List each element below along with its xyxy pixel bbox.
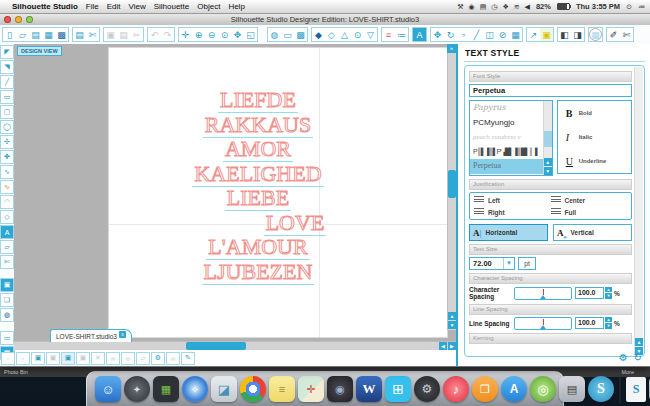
menu-item[interactable]: Object [197, 2, 220, 11]
arc-tool[interactable]: ◠ [0, 195, 14, 209]
line-tool[interactable]: ╱ [0, 75, 14, 89]
font-list-scroll-thumb[interactable] [544, 131, 552, 147]
line-spacing-slider[interactable] [514, 317, 572, 330]
vertical-scroll-thumb[interactable] [448, 170, 456, 198]
slider-handle[interactable] [540, 295, 546, 299]
fill-page-tool[interactable]: ▣ [0, 278, 14, 292]
save-icon[interactable]: ▦ [42, 28, 55, 41]
dock-finder-icon[interactable]: ☺ [95, 376, 121, 402]
pan-icon[interactable]: ✛ [179, 28, 192, 41]
unit-button[interactable]: pt [518, 257, 536, 270]
photo-bin-label[interactable]: Photo Bin [4, 369, 28, 375]
dock-divider[interactable] [619, 375, 621, 404]
page[interactable]: LIEFDERAKKAUSAMORKAELIGHEDLIEBELOVEL'AMO… [108, 47, 448, 338]
curve-tool[interactable]: ✤ [0, 150, 14, 164]
mat-settings-icon[interactable]: ▩ [294, 28, 307, 41]
font-list-item[interactable]: Perpetua [470, 159, 552, 174]
palette-spacer[interactable] [1, 323, 13, 330]
text-tool[interactable]: A [0, 225, 14, 239]
eraser-icon[interactable]: ✐ [607, 28, 620, 41]
minimize-button[interactable] [15, 16, 22, 23]
wrench-icon[interactable]: ⚒ [457, 3, 463, 11]
canvas-word[interactable]: KAELIGHED [109, 162, 407, 187]
panel-scroll-up-icon[interactable]: ▲ [635, 338, 643, 346]
horizontal-scroll-thumb[interactable] [186, 342, 246, 350]
collapse-panel-button[interactable]: » [447, 44, 456, 53]
weld-icon[interactable]: ⊘ [496, 28, 509, 41]
dock-printer-icon[interactable]: ▤ [559, 376, 585, 402]
canvas-word[interactable]: AMOR [109, 137, 407, 162]
character-spacing-slider[interactable] [514, 287, 572, 300]
library-tool[interactable]: ◍ [0, 308, 14, 322]
slider-handle[interactable] [540, 325, 546, 329]
shape-outline-icon[interactable]: ◇ [325, 28, 338, 41]
vertical-scrollbar[interactable] [447, 44, 456, 330]
dock-appstore-icon[interactable]: A [501, 376, 527, 402]
fill-color-icon[interactable]: ▣ [540, 28, 553, 41]
copy-style-icon[interactable]: ▣ [76, 352, 90, 365]
menu-item[interactable]: Silhouette Studio [12, 2, 78, 11]
dock-stickies-icon[interactable]: ≡ [269, 376, 295, 402]
dock-word-icon[interactable]: W [356, 376, 382, 402]
note-tool[interactable]: ❏ [0, 293, 14, 307]
dock-organizer-icon[interactable]: ▦ [153, 376, 179, 402]
text-style-icon[interactable]: A [413, 28, 426, 41]
cut-style-icon[interactable]: ◧ [558, 28, 571, 41]
font-list-item[interactable]: Papyrus [470, 101, 552, 116]
canvas-word[interactable]: RAKKAUS [109, 113, 407, 138]
page-settings-icon[interactable]: ▭ [281, 28, 294, 41]
link-icon[interactable]: ∞ [166, 352, 180, 365]
ellipse-tool[interactable]: ◯ [0, 120, 14, 134]
dock-safari-icon[interactable]: ✧ [182, 376, 208, 402]
fit-to-page-icon[interactable]: ◱ [244, 28, 257, 41]
star-shape-icon[interactable]: △ [338, 28, 351, 41]
wifi-icon[interactable]: ≋ [514, 3, 520, 11]
send-to-icon[interactable]: ↗ [527, 28, 540, 41]
bluetooth-icon[interactable]: ❖ [502, 3, 508, 11]
zoom-shape-icon[interactable]: ⊙ [351, 28, 364, 41]
font-list-scroll-up-icon[interactable]: ▲ [544, 158, 552, 166]
zoom-selection-icon[interactable]: ⊙ [218, 28, 231, 41]
release-icon[interactable]: ▱ [136, 352, 150, 365]
font-list-item[interactable]: peach sundress v [470, 130, 552, 145]
drag-zoom-icon[interactable]: ✥ [231, 28, 244, 41]
justify-center-button[interactable]: Center [551, 196, 628, 204]
line-style-icon[interactable]: ≔ [395, 28, 408, 41]
dock-silhouette-file-icon[interactable]: S [626, 377, 646, 402]
select-tool[interactable]: ◤ [0, 45, 14, 59]
menu-item[interactable]: File [86, 2, 99, 11]
document-tab[interactable]: LOVE-SHIRT.studio3 x [50, 329, 132, 342]
menu-item[interactable]: Silhouette [154, 2, 190, 11]
close-button[interactable] [4, 16, 11, 23]
cut-edit-icon[interactable]: ◨ [571, 28, 584, 41]
page-tool[interactable]: ▭ [0, 331, 14, 345]
line-color-icon[interactable]: ≡ [382, 28, 395, 41]
design-canvas[interactable]: DESIGN VIEW » LIEFDERAKKAUSAMORKAELIGHED… [14, 44, 456, 350]
dock-preview-icon[interactable]: ◪ [211, 376, 237, 402]
rounded-rectangle-tool[interactable]: ▢ [0, 105, 14, 119]
underline-button[interactable]: U Underline [566, 156, 631, 167]
open-icon[interactable]: ▱ [16, 28, 29, 41]
ink-level-icon[interactable]: ◉ [469, 3, 475, 11]
scroll-left-icon[interactable]: ◀ [439, 342, 447, 350]
copy-object-icon[interactable]: ▣ [46, 352, 60, 365]
preferences-icon[interactable]: ⚙ [151, 352, 165, 365]
menu-item[interactable]: Edit [107, 2, 121, 11]
palette-spacer[interactable] [1, 270, 13, 277]
knife-tool[interactable]: ✄ [0, 255, 14, 269]
mirror-icon[interactable]: ◫ [483, 28, 496, 41]
stepper-down-icon[interactable]: ▼ [605, 293, 612, 299]
paste-icon[interactable]: ▤ [117, 28, 130, 41]
delete-icon[interactable]: ✕ [91, 352, 105, 365]
horizontal-scrollbar[interactable]: ◀ ▶ [14, 341, 456, 350]
undo-icon[interactable]: ↶ [148, 28, 161, 41]
vertical-button[interactable]: A‸ Vertical [553, 224, 632, 241]
text-size-dropdown-icon[interactable]: ▼ [503, 258, 514, 269]
zoom-button[interactable] [26, 16, 33, 23]
zoom-out-icon[interactable]: ⊖ [205, 28, 218, 41]
font-list-item[interactable]: PCMyungjo [470, 116, 552, 131]
menu-item[interactable]: View [128, 2, 145, 11]
canvas-word[interactable]: LIEBE [109, 186, 407, 211]
dock-dvd-icon[interactable]: ◎ [530, 376, 556, 402]
volume-icon[interactable]: ◀ [525, 3, 530, 11]
